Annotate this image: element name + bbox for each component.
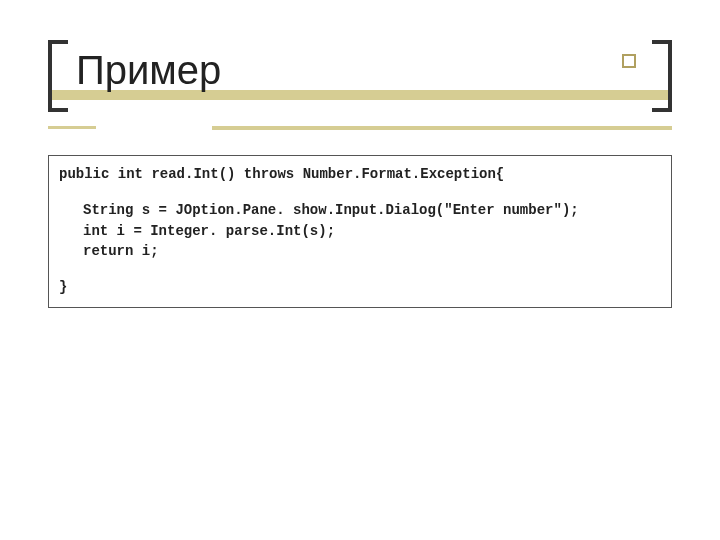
code-block: public int read.Int() throws Number.Form… bbox=[48, 155, 672, 308]
slide-title: Пример bbox=[76, 48, 221, 93]
code-line: return i; bbox=[59, 241, 661, 261]
blank-line bbox=[59, 184, 661, 200]
bracket-left bbox=[48, 40, 68, 112]
code-line: int i = Integer. parse.Int(s); bbox=[59, 221, 661, 241]
blank-line bbox=[59, 261, 661, 277]
accent-line-right bbox=[212, 126, 672, 130]
code-line: String s = JOption.Pane. show.Input.Dial… bbox=[59, 200, 661, 220]
title-block: Пример bbox=[48, 40, 672, 112]
code-line: } bbox=[59, 277, 661, 297]
accent-line-left bbox=[48, 126, 96, 129]
code-line: public int read.Int() throws Number.Form… bbox=[59, 164, 661, 184]
accent-square-icon bbox=[622, 54, 636, 68]
bracket-right bbox=[652, 40, 672, 112]
